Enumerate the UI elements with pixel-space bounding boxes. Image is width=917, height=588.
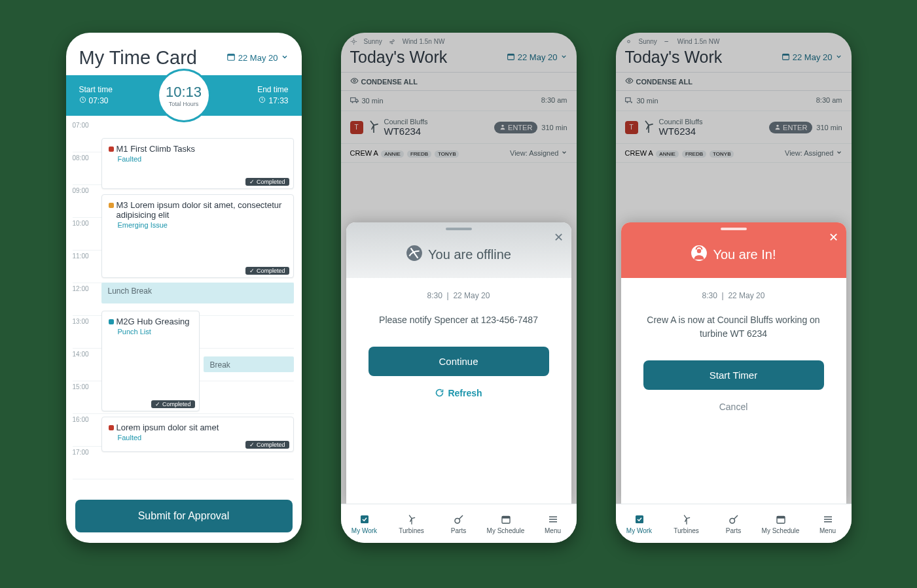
task-title: M3 Lorem ipsum dolor sit amet, consectet… (117, 200, 287, 220)
refresh-link[interactable]: Refresh (362, 388, 556, 400)
task-title: Lorem ipsum dolor sit amet (117, 423, 219, 432)
eye-icon (350, 77, 359, 86)
clock-icon (259, 95, 266, 107)
view-selector[interactable]: View: Assigned (785, 149, 842, 157)
enter-button[interactable]: ENTER (769, 122, 812, 133)
site-name: Council Bluffs (384, 118, 428, 126)
arrive-time: 8:30 am (816, 96, 842, 105)
nav-label: My Work (626, 527, 652, 534)
drive-time: 30 min (362, 97, 384, 105)
clock-icon (79, 95, 86, 107)
sheet-title: You are offline (428, 247, 511, 262)
site-badge-icon: T (625, 121, 638, 134)
svg-rect-12 (350, 98, 355, 102)
condense-all-toggle[interactable]: CONDENSE ALL (341, 72, 577, 91)
drive-row: 30 min 8:30 am (341, 91, 577, 111)
date-label: 22 May 20 (793, 52, 833, 62)
sheet-handle[interactable] (446, 228, 472, 230)
offline-sheet: ✕ You are offline 8:30 | 22 May 20 Pleas… (346, 222, 571, 504)
sun-icon (625, 38, 632, 45)
submit-approval-button[interactable]: Submit for Approval (75, 500, 293, 532)
view-selector[interactable]: View: Assigned (510, 149, 567, 157)
drive-row: 30 min 8:30 am (616, 91, 852, 111)
completed-badge: ✓ Completed (245, 441, 289, 449)
task-title: M2G Hub Greasing (117, 317, 190, 326)
page-title: My Time Card (79, 47, 197, 69)
nav-schedule[interactable]: My Schedule (757, 504, 804, 543)
continue-button[interactable]: Continue (369, 347, 549, 376)
start-timer-button[interactable]: Start Timer (643, 360, 824, 390)
calendar-icon (226, 52, 236, 63)
svg-line-20 (459, 515, 462, 519)
task-card[interactable]: M3 Lorem ipsum dolor sit amet, consectet… (101, 194, 294, 278)
site-code: WT6234 (659, 126, 703, 137)
nav-parts[interactable]: Parts (435, 504, 482, 543)
site-code: WT6234 (384, 126, 428, 137)
crew-chip: TONYB (710, 150, 734, 158)
svg-point-11 (353, 80, 355, 82)
nav-menu[interactable]: Menu (804, 504, 852, 543)
nav-label: Turbines (399, 527, 424, 534)
timeline[interactable]: 07:00 08:00 09:00 10:00 11:00 12:00 13:0… (66, 116, 302, 493)
svg-rect-1 (228, 54, 235, 56)
svg-point-19 (455, 518, 460, 523)
todays-work-checkin-screen: Sunny Wind 1.5n NW Today's Work 22 May 2… (616, 33, 852, 543)
crew-chip: TONYB (435, 150, 459, 158)
task-subtitle: Punch List (109, 328, 192, 336)
svg-point-4 (352, 41, 355, 43)
checkin-sheet: ✕ You are In! 8:30 | 22 May 20 Crew A is… (621, 222, 846, 504)
task-subtitle: Emerging Issue (109, 221, 287, 229)
nav-mywork[interactable]: My Work (341, 504, 388, 543)
crew-chip: ANNIE (381, 150, 403, 158)
truck-icon (350, 96, 359, 105)
refresh-label: Refresh (448, 388, 482, 400)
end-label: End time (257, 84, 288, 95)
wind-text: Wind 1.5n NW (403, 38, 444, 45)
nav-label: Parts (451, 527, 466, 534)
svg-point-33 (776, 124, 778, 126)
task-card[interactable]: Lorem ipsum dolor sit amet Faulted ✓ Com… (101, 417, 294, 452)
sheet-date: 22 May 20 (728, 291, 764, 300)
site-row[interactable]: T Council Bluffs WT6234 ENTER 310 min (616, 111, 852, 144)
total-hours-badge: 10:13 Total Hours (159, 71, 209, 120)
wind-icon (664, 38, 671, 45)
site-minutes: 310 min (816, 124, 842, 131)
date-picker[interactable]: 22 May 20 (226, 52, 289, 63)
svg-rect-40 (777, 516, 785, 518)
crew-chip: ANNIE (656, 150, 678, 158)
date-label: 22 May 20 (238, 53, 278, 63)
sheet-date: 22 May 20 (453, 291, 490, 300)
sheet-handle[interactable] (721, 228, 747, 230)
date-picker[interactable]: 22 May 20 (507, 52, 567, 63)
nav-schedule[interactable]: My Schedule (482, 504, 530, 543)
task-card[interactable]: M2G Hub Greasing Punch List ✓ Completed (101, 311, 200, 411)
crew-label: CREW A ANNIE FREDB TONYB (350, 149, 459, 157)
nav-menu[interactable]: Menu (530, 504, 577, 543)
calendar-icon (782, 52, 790, 63)
nav-turbines[interactable]: Turbines (663, 504, 710, 543)
task-card[interactable]: M1 First Climb Tasks Faulted ✓ Completed (101, 138, 294, 189)
end-time: 17:33 (268, 95, 288, 107)
sheet-time: 8:30 (702, 291, 717, 300)
date-picker[interactable]: 22 May 20 (782, 52, 842, 63)
nav-turbines[interactable]: Turbines (388, 504, 435, 543)
svg-point-29 (628, 80, 630, 82)
close-icon[interactable]: ✕ (829, 230, 838, 245)
enter-button[interactable]: ENTER (494, 122, 537, 133)
nav-label: Menu (545, 527, 561, 534)
weather-text: Sunny (639, 38, 657, 45)
status-dot-icon (109, 203, 114, 208)
eye-icon (625, 77, 634, 86)
nav-mywork[interactable]: My Work (616, 504, 663, 543)
sheet-message: Crew A is now at Council Bluffs working … (637, 313, 831, 341)
task-subtitle: Faulted (109, 155, 287, 163)
person-icon (499, 124, 506, 131)
completed-badge: ✓ Completed (151, 400, 194, 408)
sheet-title: You are In! (713, 247, 776, 262)
status-dot-icon (109, 147, 114, 152)
site-row[interactable]: T Council Bluffs WT6234 ENTER 310 min (341, 111, 577, 144)
close-icon[interactable]: ✕ (554, 230, 564, 245)
cancel-link[interactable]: Cancel (637, 402, 831, 412)
condense-all-toggle[interactable]: CONDENSE ALL (616, 72, 852, 91)
nav-parts[interactable]: Parts (710, 504, 757, 543)
